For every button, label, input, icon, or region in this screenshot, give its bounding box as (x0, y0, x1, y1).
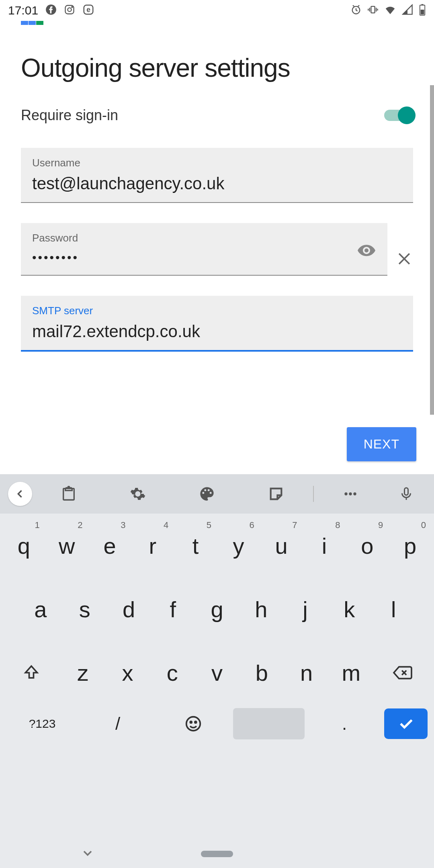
key-u[interactable]: 7u (260, 518, 303, 574)
svg-point-14 (353, 492, 356, 495)
period-key[interactable]: . (309, 714, 380, 734)
alarm-icon (350, 4, 362, 17)
require-signin-label: Require sign-in (21, 107, 118, 124)
key-n[interactable]: n (284, 645, 329, 701)
clear-password-icon[interactable] (395, 250, 413, 269)
key-q[interactable]: 1q (2, 518, 45, 574)
svg-point-11 (364, 248, 368, 252)
key-g[interactable]: g (195, 581, 239, 637)
key-s[interactable]: s (63, 581, 107, 637)
key-h[interactable]: h (239, 581, 283, 637)
key-w[interactable]: 2w (45, 518, 88, 574)
scrollbar[interactable] (430, 85, 434, 415)
status-time: 17:01 (8, 4, 38, 17)
key-e[interactable]: 3e (88, 518, 131, 574)
space-key[interactable] (233, 708, 305, 739)
svg-point-17 (190, 721, 192, 723)
wifi-icon (384, 4, 396, 17)
signal-icon (402, 4, 413, 17)
settings-icon[interactable] (105, 486, 170, 502)
password-label: Password (32, 232, 376, 244)
password-value[interactable]: •••••••• (32, 249, 376, 266)
next-button[interactable]: NEXT (347, 427, 416, 461)
header-accent (21, 21, 45, 25)
password-field[interactable]: Password •••••••• (21, 223, 387, 276)
page-title: Outgoing server settings (21, 53, 413, 83)
visibility-icon[interactable] (357, 241, 376, 262)
svg-rect-15 (405, 488, 408, 495)
keyboard: 1q2w3e4r5t6y7u8i9o0p asdfghjkl zxcvbnm ?… (0, 474, 434, 868)
key-l[interactable]: l (371, 581, 416, 637)
emoji-key[interactable] (158, 714, 229, 733)
svg-point-18 (195, 721, 197, 723)
svg-rect-7 (371, 6, 375, 13)
svg-point-13 (349, 492, 352, 495)
key-p[interactable]: 0p (389, 518, 432, 574)
svg-point-16 (186, 717, 201, 731)
slash-key[interactable]: / (82, 714, 154, 734)
svg-rect-9 (422, 4, 424, 5)
status-bar: 17:01 e (0, 0, 434, 21)
mode-key[interactable]: ?123 (6, 717, 78, 731)
nav-back-icon[interactable] (80, 846, 95, 862)
facebook-icon (45, 4, 57, 17)
vibrate-icon (367, 4, 379, 17)
svg-point-12 (344, 492, 347, 495)
svg-text:e: e (86, 6, 90, 14)
sticker-icon[interactable] (244, 486, 309, 502)
mic-icon[interactable] (387, 487, 426, 501)
key-x[interactable]: x (105, 645, 150, 701)
key-z[interactable]: z (61, 645, 105, 701)
key-r[interactable]: 4r (131, 518, 174, 574)
instagram-icon (64, 4, 75, 17)
key-v[interactable]: v (194, 645, 239, 701)
smtp-value[interactable]: mail72.extendcp.co.uk (32, 322, 402, 341)
enter-key[interactable] (384, 708, 428, 739)
backspace-key[interactable] (373, 645, 432, 701)
key-c[interactable]: c (150, 645, 194, 701)
nav-home-pill[interactable] (201, 851, 233, 857)
shift-key[interactable] (2, 645, 61, 701)
key-a[interactable]: a (18, 581, 63, 637)
clipboard-icon[interactable] (36, 486, 101, 502)
key-i[interactable]: 8i (303, 518, 346, 574)
key-m[interactable]: m (329, 645, 373, 701)
smtp-server-field[interactable]: SMTP server mail72.extendcp.co.uk (21, 296, 413, 352)
footer-bar: NEXT (0, 416, 434, 472)
key-t[interactable]: 5t (174, 518, 217, 574)
key-f[interactable]: f (151, 581, 195, 637)
kb-collapse-icon[interactable] (8, 482, 32, 506)
key-y[interactable]: 6y (217, 518, 260, 574)
svg-rect-10 (421, 10, 424, 14)
username-label: Username (32, 157, 402, 169)
svg-point-2 (68, 8, 71, 11)
require-signin-toggle[interactable] (384, 107, 413, 123)
username-value[interactable]: test@launchagency.co.uk (32, 174, 402, 193)
smtp-label: SMTP server (32, 305, 402, 317)
more-icon[interactable] (318, 485, 383, 503)
svg-point-3 (72, 6, 72, 7)
username-field[interactable]: Username test@launchagency.co.uk (21, 148, 413, 203)
app-e-icon: e (82, 4, 94, 17)
key-k[interactable]: k (327, 581, 371, 637)
keyboard-toolbar (0, 474, 434, 514)
key-j[interactable]: j (283, 581, 328, 637)
key-b[interactable]: b (240, 645, 284, 701)
key-d[interactable]: d (107, 581, 151, 637)
battery-icon (419, 4, 426, 17)
theme-icon[interactable] (174, 486, 240, 502)
navigation-bar (0, 840, 434, 868)
key-o[interactable]: 9o (346, 518, 389, 574)
